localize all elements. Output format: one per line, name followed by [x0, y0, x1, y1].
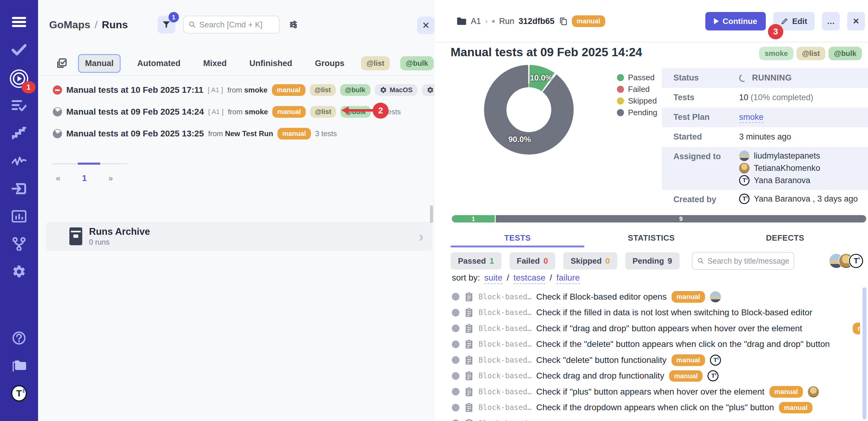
more-options-button[interactable]: …: [822, 12, 840, 30]
run-list-item[interactable]: Manual tests at 09 Feb 2025 13:25 from N…: [38, 125, 434, 142]
view-settings-sliders-icon[interactable]: [288, 19, 299, 30]
info-row-assigned: Assigned to liudmylastepanets TetianaKho…: [662, 147, 868, 190]
runs-archive-card[interactable]: Runs Archive 0 runs ›: [46, 222, 432, 251]
select-all-icon[interactable]: [56, 57, 67, 69]
tab-groups[interactable]: Groups: [309, 55, 350, 72]
filter-skipped-button[interactable]: Skipped0: [563, 252, 617, 270]
detail-tabs: TESTS STATISTICS DEFECTS: [451, 229, 852, 247]
test-title: Check if the "delete" button appears whe…: [536, 339, 830, 349]
test-status-dot: [452, 388, 460, 395]
settings-gear-icon[interactable]: [11, 264, 27, 280]
breadcrumb-project-link[interactable]: GoMaps: [49, 19, 90, 31]
assignee[interactable]: TetianaKhomenko: [739, 163, 820, 173]
pagination-page-1[interactable]: 1: [82, 173, 87, 183]
tag-bulk[interactable]: @bulk: [828, 47, 862, 60]
tests-search-input[interactable]: [708, 257, 789, 265]
assignee-avatars-group[interactable]: T: [829, 254, 863, 268]
test-suite: Block-based…: [478, 403, 531, 412]
tab-tests[interactable]: TESTS: [451, 229, 584, 247]
pagination-next-button[interactable]: »: [108, 174, 113, 183]
info-row-started: Started 3 minutes ago: [662, 127, 868, 147]
tab-statistics[interactable]: STATISTICS: [584, 229, 718, 247]
import-login-icon[interactable]: [11, 181, 27, 197]
run-env-badge: MacOS: [375, 84, 418, 96]
test-row[interactable]: Block-based… Check if the filled in data…: [452, 305, 860, 321]
assignee[interactable]: liudmylastepanets: [739, 150, 820, 161]
legend-item-skipped: Skipped: [617, 96, 657, 105]
test-title: Check if the filled in data is not lost …: [536, 308, 812, 317]
tag-smoke[interactable]: smoke: [759, 47, 794, 60]
test-filters: Passed1 Failed0 Skipped0 Pending9 T: [451, 252, 863, 270]
copy-icon[interactable]: [559, 17, 567, 26]
sort-by-testcase-link[interactable]: testcase: [514, 273, 546, 284]
test-title: Check if the dropdown appears when click…: [536, 402, 774, 412]
tab-defects[interactable]: DEFECTS: [718, 229, 852, 247]
close-runs-detail-button[interactable]: ✕: [417, 17, 435, 34]
filter-pending-button[interactable]: Pending9: [625, 252, 680, 270]
info-row-status: Status RUNNING: [662, 68, 868, 88]
workspace-logo-avatar[interactable]: T: [11, 385, 27, 401]
branches-git-icon[interactable]: [11, 236, 27, 252]
tag-filter-list[interactable]: @list: [361, 56, 390, 71]
runs-search-input[interactable]: [199, 20, 274, 29]
test-suite: Block-based…: [478, 340, 531, 348]
tests-count-value: 10: [739, 93, 748, 102]
run-list-item[interactable]: Manual tests at 10 Feb 2025 17:11 [ A1 ]…: [38, 82, 434, 99]
run-type-badge: manual: [277, 128, 311, 140]
reports-bar-chart-icon[interactable]: [11, 208, 27, 224]
continue-run-button[interactable]: Continue: [705, 12, 766, 30]
activity-pulse-icon[interactable]: [11, 153, 27, 169]
tab-manual[interactable]: Manual: [78, 54, 121, 73]
test-status-dot: [452, 419, 460, 421]
search-icon: [189, 21, 196, 29]
tab-mixed[interactable]: Mixed: [197, 55, 233, 72]
milestones-stairs-icon[interactable]: [11, 125, 27, 141]
test-row[interactable]: Block-based… Check if the dropdown appea…: [452, 400, 860, 416]
clipboard-icon: [464, 307, 474, 318]
tag-list[interactable]: @list: [797, 47, 825, 60]
test-plan-link[interactable]: smoke: [739, 112, 764, 123]
projects-folder-icon[interactable]: [11, 358, 27, 374]
sort-by-suite-link[interactable]: suite: [484, 273, 502, 284]
test-status-dot: [452, 356, 460, 364]
breadcrumb-folder-link[interactable]: A1: [471, 17, 481, 26]
assignee[interactable]: TYana Baranova: [739, 175, 820, 186]
run-tags: smoke @list @bulk: [759, 47, 862, 60]
results-list-check-icon[interactable]: [11, 98, 27, 114]
arrow-shaft: [346, 109, 373, 112]
avatar: T: [708, 370, 718, 381]
test-title: Check "delete" button functionality: [536, 355, 666, 365]
tab-automated[interactable]: Automated: [131, 55, 187, 72]
left-panel-scrollbar[interactable]: [430, 205, 433, 223]
test-row[interactable]: Block-based… Check if "plus" button appe…: [452, 384, 860, 400]
test-row[interactable]: Block-based… Check drag and drop functio…: [452, 368, 860, 384]
run-info-table: Status RUNNING Tests 10 (10% completed) …: [662, 68, 868, 209]
menu-hamburger-icon[interactable]: [11, 14, 27, 30]
runs-filter-tabs: Manual Automated Mixed Unfinished Groups…: [38, 52, 434, 76]
passed-dot: [617, 74, 624, 81]
test-row[interactable]: Block-based… Check if "drag and drop" bu…: [452, 320, 860, 336]
filter-passed-button[interactable]: Passed1: [451, 252, 501, 270]
tests-check-icon[interactable]: [11, 42, 27, 58]
tab-unfinished[interactable]: Unfinished: [243, 55, 299, 72]
filter-button[interactable]: 1: [157, 16, 175, 33]
tests-list: Block-based… Check if Block-based editor…: [452, 289, 860, 421]
filter-failed-button[interactable]: Failed0: [509, 252, 556, 270]
test-row-partial[interactable]: Block-based…: [452, 416, 860, 421]
test-row[interactable]: Block-based… Check "delete" button funct…: [452, 352, 860, 368]
clipboard-icon: [464, 355, 474, 365]
sort-by-failure-link[interactable]: failure: [556, 273, 580, 284]
tests-scrollbar[interactable]: [863, 287, 866, 419]
folder-icon: [457, 17, 467, 26]
tag-filter-bulk[interactable]: @bulk: [400, 56, 434, 71]
close-run-button[interactable]: ✕: [847, 12, 865, 30]
help-icon[interactable]: [11, 330, 27, 346]
run-title: Manual tests at 09 Feb 2025 14:24: [66, 107, 204, 117]
run-progress-bar: 1 9: [452, 215, 866, 223]
test-row[interactable]: Block-based… Check if the "delete" butto…: [452, 336, 860, 353]
clipboard-icon: [464, 371, 474, 381]
archive-box-icon: [69, 227, 82, 245]
avatar: T: [710, 355, 721, 366]
test-row[interactable]: Block-based… Check if Block-based editor…: [452, 289, 860, 305]
pagination-prev-button[interactable]: «: [56, 174, 60, 183]
